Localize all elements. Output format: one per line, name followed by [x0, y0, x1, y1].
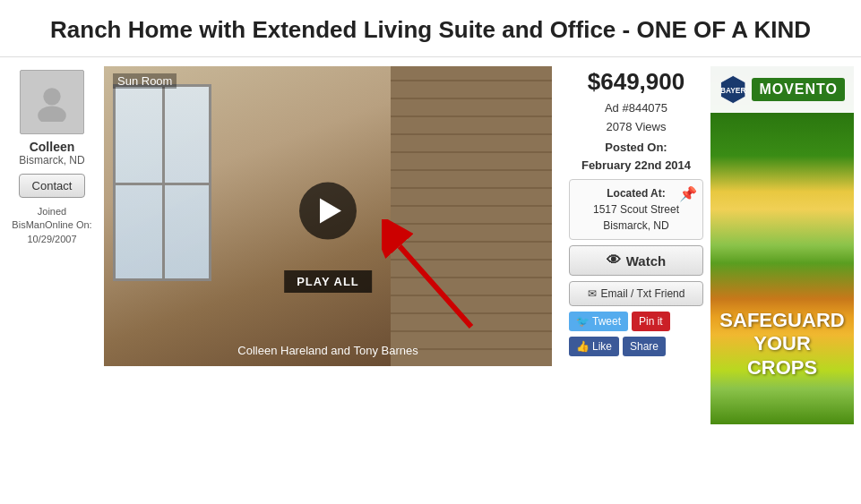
like-label: Like	[592, 340, 612, 353]
video-window-element	[113, 84, 211, 281]
facebook-row: 👍 Like Share	[569, 337, 703, 356]
listing-ad-number: Ad #844075	[569, 101, 703, 115]
bayer-logo-icon: BAYER	[719, 73, 746, 106]
listing-views: 2078 Views	[569, 120, 703, 133]
posted-date: February 22nd 2014	[581, 158, 691, 172]
user-joined: Joined BisManOnline On: 10/29/2007	[7, 205, 97, 246]
play-button[interactable]	[299, 182, 357, 239]
user-name: Colleen	[30, 140, 75, 154]
video-fireplace	[391, 66, 552, 366]
location-label: Located At:	[577, 185, 695, 201]
pinterest-button[interactable]: Pin it	[632, 312, 670, 331]
svg-point-0	[43, 88, 60, 105]
ad-tagline: SAFEGUARD YOUR CROPS	[710, 300, 854, 389]
video-panel: Sun Room PLAY ALL	[104, 66, 562, 424]
email-icon: ✉	[588, 287, 597, 300]
safeguard-line2: YOUR CROPS	[719, 332, 845, 380]
address-line1: 1517 Scout Street	[577, 201, 695, 218]
facebook-like-button[interactable]: 👍 Like	[569, 337, 619, 356]
svg-point-1	[38, 106, 66, 122]
thumbs-up-icon: 👍	[576, 340, 590, 353]
user-location: Bismarck, ND	[19, 154, 84, 167]
user-panel: Colleen Bismarck, ND Contact Joined BisM…	[7, 66, 97, 424]
avatar	[20, 70, 84, 134]
watch-button[interactable]: 👁 Watch	[569, 245, 703, 276]
listing-price: $649,900	[569, 68, 703, 96]
address-line2: Bismarck, ND	[577, 218, 695, 234]
listing-posted: Posted On: February 22nd 2014	[569, 139, 703, 174]
twitter-icon: 🐦	[576, 315, 590, 328]
play-all-badge[interactable]: PLAY ALL	[284, 270, 372, 293]
safeguard-line1: SAFEGUARD	[719, 309, 845, 332]
email-label: Email / Txt Friend	[601, 287, 685, 300]
main-content: Colleen Bismarck, ND Contact Joined BisM…	[0, 57, 861, 433]
facebook-share-button[interactable]: Share	[623, 337, 666, 356]
social-row: 🐦 Tweet Pin it	[569, 312, 703, 331]
svg-text:BAYER: BAYER	[720, 86, 745, 95]
video-caption: Colleen Hareland and Tony Barnes	[104, 344, 552, 357]
pin-icon: 📌	[679, 184, 697, 205]
share-label: Share	[630, 340, 659, 353]
watch-icon: 👁	[607, 252, 621, 269]
tweet-label: Tweet	[592, 315, 621, 328]
movento-brand: MOVENTO	[752, 78, 845, 101]
ad-panel: BAYER MOVENTO SAFEGUARD YOUR CROPS	[710, 66, 854, 424]
user-avatar-icon	[32, 82, 72, 122]
ad-image[interactable]: BAYER MOVENTO SAFEGUARD YOUR CROPS	[710, 66, 854, 424]
pinterest-label: Pin it	[639, 315, 663, 328]
watch-label: Watch	[626, 253, 666, 269]
video-container: Sun Room PLAY ALL	[104, 66, 552, 366]
page-title: Ranch Home with Extended Living Suite an…	[0, 0, 861, 57]
play-triangle-icon	[320, 198, 341, 223]
window-vbar	[162, 87, 165, 278]
email-button[interactable]: ✉ Email / Txt Friend	[569, 281, 703, 306]
contact-button[interactable]: Contact	[19, 174, 86, 198]
tweet-button[interactable]: 🐦 Tweet	[569, 312, 628, 331]
listing-panel: $649,900 Ad #844075 2078 Views Posted On…	[569, 66, 703, 424]
posted-label: Posted On:	[605, 141, 667, 154]
location-box: 📌 Located At: 1517 Scout Street Bismarck…	[569, 179, 703, 240]
ad-logo-area: BAYER MOVENTO	[710, 66, 854, 113]
video-room-label: Sun Room	[113, 73, 177, 89]
